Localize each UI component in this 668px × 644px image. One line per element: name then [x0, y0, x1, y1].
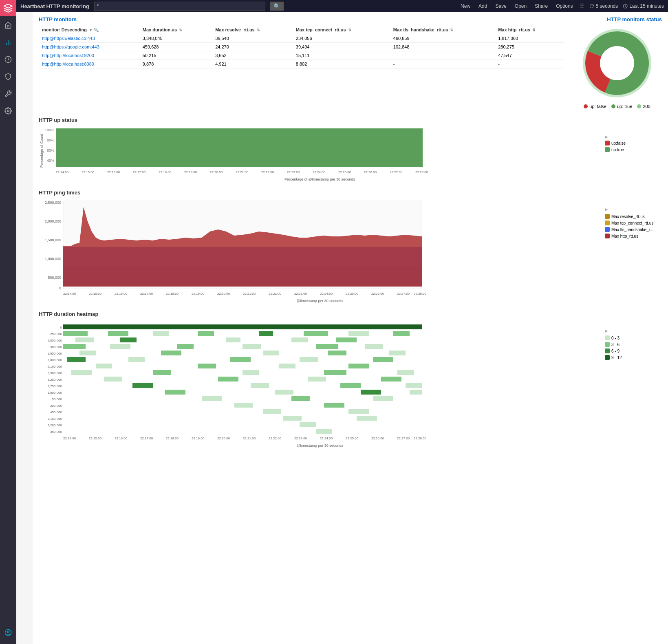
- svg-rect-104: [373, 357, 393, 362]
- app-logo[interactable]: [0, 0, 16, 16]
- svg-text:50,000: 50,000: [52, 397, 62, 401]
- svg-rect-110: [153, 370, 171, 375]
- svg-text:200,000: 200,000: [50, 404, 62, 408]
- http-up-status-chart: 100% 80% 60% 40% 22:14:00 22:15:00 22:16…: [39, 126, 601, 181]
- sidebar-icon-shield[interactable]: [0, 68, 16, 85]
- sidebar-icon-wrench[interactable]: [0, 86, 16, 102]
- share-button[interactable]: Share: [533, 2, 549, 10]
- svg-rect-121: [406, 383, 422, 388]
- svg-text:22:28:00: 22:28:00: [414, 292, 427, 296]
- svg-text:22:18:00: 22:18:00: [166, 292, 179, 296]
- col-duration[interactable]: Max duration.us ⇅: [139, 26, 212, 34]
- svg-text:22:21:00: 22:21:00: [243, 437, 256, 440]
- http-up-status-wrapper: 100% 80% 60% 40% 22:14:00 22:15:00 22:16…: [39, 126, 662, 181]
- sidebar-icon-gear[interactable]: [0, 103, 16, 119]
- svg-rect-77: [108, 331, 128, 336]
- time-range[interactable]: Last 15 minutes: [623, 3, 664, 9]
- legend-resolve-rtt: Max resolve_rtt.us: [605, 214, 662, 219]
- legend-up-false-item: up:false: [605, 141, 662, 146]
- svg-rect-105: [96, 364, 112, 368]
- monitor-name: http@https://google.com:443: [39, 43, 139, 51]
- svg-text:22:23:00: 22:23:00: [294, 437, 307, 440]
- svg-text:1,750,000: 1,750,000: [47, 384, 62, 388]
- options-button[interactable]: Options: [554, 2, 574, 10]
- svg-rect-15: [56, 128, 423, 167]
- legend-http-rtt: Max http_rtt.us: [605, 234, 662, 238]
- http-ping-times-section: HTTP ping times 2,500,000 2,000,000 1,50…: [39, 190, 662, 303]
- svg-rect-116: [308, 377, 326, 382]
- monitors-table: monitor: Descending ▼ 🔍 Max duration.us …: [39, 26, 564, 68]
- svg-rect-98: [328, 351, 346, 355]
- svg-rect-94: [365, 344, 383, 349]
- save-button[interactable]: Save: [494, 2, 508, 10]
- svg-rect-128: [373, 396, 393, 401]
- search-button[interactable]: 🔍: [270, 2, 284, 11]
- svg-text:22:18:00: 22:18:00: [159, 170, 172, 174]
- svg-text:3,300,000: 3,300,000: [47, 371, 62, 375]
- monitors-status: HTTP monitors status up: false: [572, 16, 662, 109]
- legend-0-3: 0 - 3: [605, 335, 662, 340]
- col-resolve[interactable]: Max resolve_rtt.us ⇅: [212, 26, 293, 34]
- open-button[interactable]: Open: [513, 2, 528, 10]
- svg-text:22:24:00: 22:24:00: [313, 170, 326, 174]
- http-duration-heatmap-legend: ▶ 0 - 3 3 - 6 6 - 9 9 - 12: [605, 320, 662, 448]
- monitor-name: http@http://localhost:9200: [39, 51, 139, 60]
- sidebar-icon-chart[interactable]: [0, 34, 16, 51]
- sidebar-icon-user[interactable]: [0, 624, 16, 641]
- svg-rect-78: [153, 331, 169, 336]
- svg-text:100%: 100%: [45, 128, 54, 132]
- svg-text:250,000: 250,000: [50, 332, 62, 336]
- svg-text:40%: 40%: [47, 159, 54, 163]
- svg-text:22:19:00: 22:19:00: [192, 437, 205, 440]
- max-tcp: 39,494: [293, 43, 390, 51]
- svg-text:1,950,000: 1,950,000: [47, 352, 62, 355]
- max-tcp: 15,111: [293, 51, 390, 60]
- svg-rect-136: [316, 429, 332, 434]
- svg-text:22:28:00: 22:28:00: [415, 170, 428, 174]
- svg-text:2,000,000: 2,000,000: [47, 358, 62, 362]
- add-button[interactable]: Add: [477, 2, 489, 10]
- svg-rect-86: [226, 337, 240, 342]
- svg-text:22:17:00: 22:17:00: [133, 170, 146, 174]
- page-title: Heartbeat HTTP monitoring: [20, 3, 89, 9]
- svg-rect-80: [259, 331, 273, 336]
- svg-text:Percentage of Count: Percentage of Count: [40, 134, 44, 168]
- svg-text:22:23:00: 22:23:00: [287, 170, 300, 174]
- legend-tcp-connect: Max tcp_connect_rtt.us: [605, 221, 662, 225]
- svg-text:2,150,000: 2,150,000: [47, 417, 62, 421]
- svg-text:22:22:00: 22:22:00: [261, 170, 274, 174]
- svg-rect-81: [304, 331, 328, 336]
- svg-rect-107: [279, 364, 295, 368]
- col-tls[interactable]: Max tls_handshake_rtt.us ⇅: [390, 26, 495, 34]
- search-input[interactable]: [94, 2, 265, 11]
- svg-text:22:27:00: 22:27:00: [390, 170, 403, 174]
- svg-text:22:16:00: 22:16:00: [115, 437, 128, 440]
- svg-text:0: 0: [59, 286, 61, 290]
- refresh-interval[interactable]: 5 seconds: [589, 3, 618, 9]
- sidebar-icon-home[interactable]: [0, 17, 16, 33]
- svg-rect-84: [75, 337, 94, 342]
- new-button[interactable]: New: [459, 2, 472, 10]
- sidebar-icon-clock[interactable]: [0, 51, 16, 68]
- svg-text:1,500,000: 1,500,000: [45, 238, 61, 242]
- sidebar: [0, 0, 16, 644]
- svg-rect-125: [410, 390, 422, 395]
- svg-rect-91: [177, 344, 194, 349]
- svg-text:2,050,000: 2,050,000: [47, 339, 62, 342]
- col-tcp[interactable]: Max tcp_connect_rtt.us ⇅: [293, 26, 390, 34]
- topbar: Heartbeat HTTP monitoring 🔍 New Add Save…: [16, 0, 668, 12]
- svg-text:22:17:00: 22:17:00: [140, 437, 153, 440]
- col-http[interactable]: Max http_rtt.us ⇅: [495, 26, 564, 34]
- http-duration-heatmap-wrapper: 0 250,000 2,050,000 300,000 1,950,000 2,…: [39, 320, 662, 448]
- col-monitor[interactable]: monitor: Descending ▼ 🔍: [39, 26, 139, 34]
- up-status-x-label: Percentage of @timestamp per 30 seconds: [39, 177, 601, 181]
- table-row: http@https://google.com:443 459,628 24,2…: [39, 43, 564, 51]
- svg-text:22:14:00: 22:14:00: [56, 170, 69, 174]
- svg-text:22:15:00: 22:15:00: [89, 437, 102, 440]
- http-duration-heatmap-title: HTTP duration heatmap: [39, 311, 662, 317]
- http-ping-times-legend: ▶ Max resolve_rtt.us Max tcp_connect_rtt…: [605, 199, 662, 303]
- legend-up-true: up: true: [611, 104, 632, 109]
- heatmap-x-label: @timestamp per 30 seconds: [39, 443, 601, 448]
- http-up-status-title: HTTP up status: [39, 117, 662, 123]
- svg-text:22:19:00: 22:19:00: [192, 292, 205, 296]
